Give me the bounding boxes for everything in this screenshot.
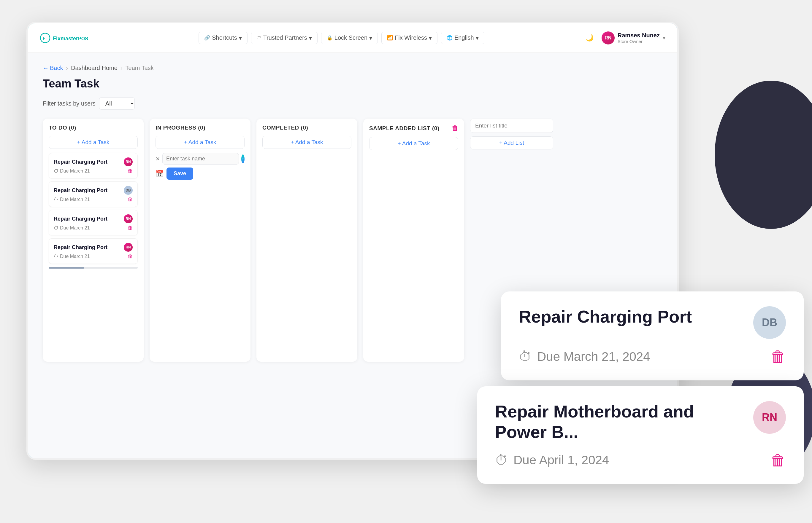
delete-task-icon[interactable]: 🗑 [127, 225, 133, 231]
task-name-input[interactable] [162, 153, 239, 165]
logo-text: FixmasterPOS [53, 33, 88, 42]
todo-add-task-button[interactable]: + Add a Task [49, 136, 138, 149]
plus-icon: + [242, 156, 244, 162]
task-title: Repair Charging Port [54, 159, 107, 165]
avatar: RN [124, 243, 133, 252]
completed-add-task-button[interactable]: + Add a Task [262, 136, 351, 149]
in-progress-add-task-button[interactable]: + Add a Task [156, 136, 244, 149]
table-row: Repair Charging Port RN ⏱ Due March 21 🗑 [49, 238, 138, 264]
filter-bar: Filter tasks by users All [43, 97, 662, 110]
back-label: Back [50, 65, 63, 71]
completed-column: COMPLETED (0) + Add a Task [256, 119, 357, 362]
breadcrumb-dashboard[interactable]: Dashboard Home [71, 65, 118, 71]
user-info: Ramses Nunez Store Owner [618, 32, 660, 44]
completed-column-header: COMPLETED (0) [262, 125, 351, 131]
todo-column-header: TO DO (0) [49, 125, 138, 131]
task-title: Repair Charging Port [54, 216, 107, 222]
trusted-partners-label: Trusted Partners [263, 34, 307, 41]
wifi-icon: 📶 [387, 35, 393, 41]
avatar: RN [753, 401, 786, 434]
avatar: RN [124, 158, 133, 166]
link-icon: 🔗 [204, 35, 210, 41]
svg-text:F: F [43, 36, 46, 41]
clock-icon: ⏱ [519, 349, 532, 364]
floating-card-1: Repair Charging Port DB ⏱ Due March 21, … [501, 291, 804, 380]
chevron-down-icon-tp: ▾ [309, 34, 312, 41]
fix-wireless-label: Fix Wireless [395, 34, 427, 41]
scroll-indicator [49, 267, 138, 269]
fix-wireless-nav-item[interactable]: 📶 Fix Wireless ▾ [381, 32, 437, 44]
back-link[interactable]: ← Back [43, 65, 63, 71]
delete-floating-card-2-icon[interactable]: 🗑 [771, 451, 786, 469]
add-list-button[interactable]: + Add List [470, 137, 553, 149]
task-due: ⏱ Due March 21 [54, 197, 90, 202]
outer-wrapper: F FixmasterPOS 🔗 Shortcuts ▾ 🛡 Trusted P… [26, 21, 786, 502]
delete-task-icon[interactable]: 🗑 [127, 197, 133, 202]
trusted-partners-nav-item[interactable]: 🛡 Trusted Partners ▾ [251, 32, 317, 44]
avatar: DB [753, 306, 786, 339]
clock-icon: ⏱ [54, 225, 58, 231]
sample-column: SAMPLE ADDED LIST (0) 🗑 + Add a Task [363, 119, 464, 362]
user-badge: RN Ramses Nunez Store Owner ▾ [602, 32, 666, 44]
lock-screen-label: Lock Screen [334, 34, 367, 41]
chevron-down-icon: ▾ [239, 34, 242, 41]
list-name-input[interactable] [470, 119, 553, 133]
lock-screen-nav-item[interactable]: 🔒 Lock Screen ▾ [321, 32, 378, 44]
table-row: Repair Charging Port RN ⏱ Due March 21 🗑 [49, 210, 138, 235]
blob-decoration-1 [715, 80, 812, 229]
shield-icon: 🛡 [257, 35, 261, 41]
in-progress-edit-area: ✕ + 📅 Save [156, 153, 244, 180]
task-title: Repair Charging Port [54, 244, 107, 251]
filter-label: Filter tasks by users [43, 100, 96, 107]
lock-icon: 🔒 [327, 35, 333, 41]
save-task-button[interactable]: Save [167, 167, 193, 180]
floating-card-2-due: ⏱ Due April 1, 2024 [495, 453, 609, 468]
table-row: Repair Charging Port RN ⏱ Due March 21 🗑 [49, 153, 138, 179]
task-title: Repair Charging Port [54, 187, 107, 194]
floating-cards: Repair Charging Port DB ⏱ Due March 21, … [477, 291, 804, 484]
globe-icon: 🌐 [447, 35, 453, 41]
table-row: Repair Charging Port DB ⏱ Due March 21 🗑 [49, 181, 138, 207]
task-due: ⏱ Due March 21 [54, 254, 90, 259]
floating-card-2-title: Repair Motherboard and Power B... [495, 401, 747, 443]
page-title: Team Task [43, 77, 662, 90]
english-nav-item[interactable]: 🌐 English ▾ [441, 32, 484, 44]
sample-add-task-button[interactable]: + Add a Task [369, 137, 458, 150]
clock-icon-2: ⏱ [495, 453, 508, 468]
shortcuts-nav-item[interactable]: 🔗 Shortcuts ▾ [198, 32, 247, 44]
dark-mode-toggle[interactable]: 🌙 [584, 32, 595, 44]
floating-card-1-due: ⏱ Due March 21, 2024 [519, 349, 650, 364]
in-progress-column: IN PROGRESS (0) + Add a Task ✕ + 📅 [150, 119, 250, 362]
delete-floating-card-1-icon[interactable]: 🗑 [771, 348, 786, 365]
english-label: English [454, 34, 474, 41]
nav-right: 🌙 RN Ramses Nunez Store Owner ▾ [584, 32, 666, 44]
back-arrow-icon: ← [43, 65, 49, 71]
sample-column-header: SAMPLE ADDED LIST (0) [369, 125, 439, 132]
avatar: RN [124, 214, 133, 223]
logo-icon: F [40, 33, 50, 43]
chevron-down-icon-ls: ▾ [369, 34, 372, 41]
clock-icon: ⏱ [54, 197, 58, 202]
user-avatar: RN [602, 32, 615, 44]
filter-users-select[interactable]: All [99, 97, 135, 110]
breadcrumb-separator-2: › [121, 65, 123, 71]
delete-task-icon[interactable]: 🗑 [127, 168, 133, 174]
breadcrumb: ← Back › Dashboard Home › Team Task [43, 65, 662, 71]
breadcrumb-separator: › [66, 65, 68, 71]
delete-column-icon[interactable]: 🗑 [452, 125, 459, 132]
calendar-icon[interactable]: 📅 [156, 170, 163, 178]
floating-card-1-title: Repair Charging Port [519, 306, 747, 327]
close-edit-button[interactable]: ✕ [156, 156, 160, 162]
chevron-down-icon-user: ▾ [663, 35, 666, 41]
scroll-thumb [49, 267, 84, 269]
task-due: ⏱ Due March 21 [54, 168, 90, 174]
clock-icon: ⏱ [54, 254, 58, 259]
navbar: F FixmasterPOS 🔗 Shortcuts ▾ 🛡 Trusted P… [28, 23, 677, 53]
user-name: Ramses Nunez [618, 32, 660, 39]
logo-area: F FixmasterPOS [40, 33, 99, 43]
avatar: DB [124, 186, 133, 195]
assign-icon[interactable]: + [241, 155, 244, 163]
delete-task-icon[interactable]: 🗑 [127, 253, 133, 259]
todo-column: TO DO (0) + Add a Task Repair Charging P… [43, 119, 144, 362]
chevron-down-icon-en: ▾ [476, 34, 479, 41]
